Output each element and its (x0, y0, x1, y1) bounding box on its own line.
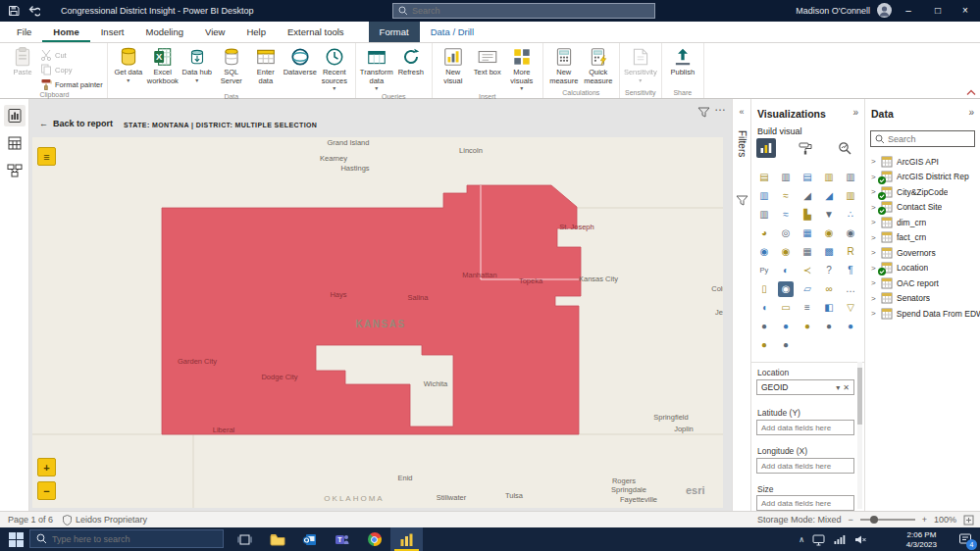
expand-table-chevron-icon[interactable]: > (871, 233, 877, 242)
visual-type-line-chart[interactable]: ≈ (778, 188, 794, 204)
visual-type-decomposition-tree[interactable]: ≺ (799, 263, 815, 278)
ribbon-button-excel-workbook[interactable]: XExcel workbook (146, 45, 180, 85)
ribbon-button-copy[interactable]: Copy (40, 64, 103, 75)
expand-table-chevron-icon[interactable]: > (871, 248, 877, 257)
data-table-arcgis-district-rep[interactable]: >ArcGIS District Rep (865, 170, 980, 185)
data-table-governors[interactable]: >Governors (865, 245, 980, 261)
visual-type-more-options[interactable]: … (843, 281, 858, 297)
visual-type-card[interactable]: ▭ (778, 300, 794, 316)
visual-type-custom-visual-6[interactable]: ● (756, 337, 772, 353)
user-name[interactable]: Madison O'Connell (796, 6, 870, 16)
ribbon-button-paste[interactable]: Paste (6, 45, 39, 77)
data-search-box[interactable] (870, 130, 975, 147)
app-search-input[interactable] (412, 6, 649, 16)
visual-type-waterfall-chart[interactable]: ▙ (799, 207, 815, 223)
data-table-senators[interactable]: >Senators (865, 291, 980, 307)
visual-type-azure-map[interactable]: ◉ (778, 244, 794, 260)
close-button[interactable]: × (953, 0, 978, 22)
visual-filter-icon[interactable] (697, 107, 710, 119)
ribbon-button-recent-sources[interactable]: Recent sources▾ (318, 45, 351, 92)
visual-type-slicer[interactable]: ▽ (843, 300, 858, 316)
maximize-button[interactable]: □ (925, 0, 951, 22)
tab-help[interactable]: Help (235, 22, 277, 42)
app-search-box[interactable] (392, 3, 655, 19)
zoom-out-control[interactable]: − (848, 515, 852, 525)
visual-type-funnel-chart[interactable]: ▼ (821, 207, 837, 223)
expand-table-chevron-icon[interactable]: > (871, 309, 877, 318)
more-options-icon[interactable]: … (714, 100, 727, 114)
ribbon-button-sql-server[interactable]: SQL Server (215, 45, 248, 85)
taskbar-search-input[interactable] (52, 534, 217, 544)
volume-muted-tray-icon[interactable] (853, 533, 866, 546)
visual-type-matrix[interactable]: ▩ (821, 244, 837, 260)
visual-type-donut-chart[interactable]: ◎ (778, 225, 794, 241)
expand-table-chevron-icon[interactable]: > (871, 294, 877, 303)
minimize-button[interactable]: – (896, 0, 921, 22)
visual-type-python-visual[interactable]: Py (756, 263, 772, 278)
fit-to-page-icon[interactable] (963, 515, 974, 526)
visual-type-filled-map[interactable]: ◉ (843, 225, 858, 241)
tab-home[interactable]: Home (42, 22, 89, 42)
outlook-taskbar-icon[interactable] (293, 527, 326, 551)
collapse-data-pane-chevron-icon[interactable]: » (968, 107, 974, 118)
expand-table-chevron-icon[interactable]: > (871, 264, 877, 273)
visual-type-power-automate[interactable]: ∞ (821, 281, 837, 297)
visual-type-stacked-column-chart[interactable]: ▥ (778, 170, 794, 185)
teams-taskbar-icon[interactable]: T (326, 527, 358, 551)
visual-type-map[interactable]: ◉ (821, 225, 837, 241)
tab-insert[interactable]: Insert (90, 22, 135, 42)
data-table-location[interactable]: >Location (865, 261, 980, 276)
save-icon[interactable] (8, 5, 20, 17)
visual-type-gauge[interactable]: ◖ (756, 300, 772, 316)
data-search-input[interactable] (888, 134, 970, 144)
visual-type-100-stacked-bar-chart[interactable]: ▥ (843, 170, 858, 185)
field-dropdown-chevron-icon[interactable]: ▾ (836, 383, 840, 392)
ribbon-button-quick-measure[interactable]: Quick measure (582, 45, 615, 85)
visual-type-multi-row-card[interactable]: ≡ (799, 300, 815, 316)
ribbon-button-new-measure[interactable]: New measure (547, 45, 581, 85)
visual-type-custom-visual-2[interactable]: ● (778, 319, 794, 334)
visual-type-paginated-report[interactable]: ▯ (756, 281, 772, 297)
ribbon-button-get-data[interactable]: Get data▾ (112, 45, 145, 84)
taskbar-clock[interactable]: 2:06 PM 4/3/2023 (906, 530, 937, 550)
tab-modeling[interactable]: Modeling (134, 22, 194, 42)
visual-type-line-and-stacked-column-chart[interactable]: ▥ (843, 188, 858, 204)
report-view-button[interactable] (4, 105, 26, 126)
visual-type-pie-chart[interactable]: ◕ (756, 225, 772, 241)
collapse-ribbon-chevron-icon[interactable] (966, 89, 976, 96)
expand-table-chevron-icon[interactable]: > (871, 157, 877, 166)
expand-table-chevron-icon[interactable]: > (871, 218, 877, 226)
visual-type-q-and-a[interactable]: ? (821, 263, 837, 278)
visual-type-custom-visual-7[interactable]: ● (778, 337, 794, 353)
remove-field-icon[interactable]: ✕ (843, 383, 850, 392)
visual-type-custom-visual-4[interactable]: ● (821, 319, 837, 334)
data-table-fact-crn[interactable]: >fact_crn (865, 230, 980, 246)
task-view-taskbar-icon[interactable] (229, 527, 261, 551)
visual-type-clustered-column-chart[interactable]: ▥ (821, 170, 837, 185)
ribbon-button-transform-data[interactable]: Transform data▾ (360, 45, 393, 92)
visual-type-stacked-bar-chart[interactable]: ▤ (756, 170, 772, 185)
visual-type-scatter-chart[interactable]: ∴ (843, 207, 858, 223)
action-center-icon[interactable]: 4 (958, 532, 972, 546)
file-explorer-taskbar-icon[interactable] (261, 527, 293, 551)
expand-table-chevron-icon[interactable]: > (871, 173, 877, 181)
data-table-city-zipcode[interactable]: >City&ZipCode (865, 184, 980, 200)
back-to-report-button[interactable]: ← Back to report (39, 119, 113, 128)
page-indicator[interactable]: Page 1 of 6 (8, 515, 53, 525)
ribbon-button-cut[interactable]: Cut (40, 49, 103, 61)
ribbon-button-enter-data[interactable]: Enter data (249, 45, 283, 85)
tab-data-drill[interactable]: Data / Drill (420, 22, 485, 42)
taskbar-search-box[interactable] (29, 529, 224, 548)
visual-type-custom-visual-1[interactable]: ● (756, 319, 772, 334)
expand-table-chevron-icon[interactable]: > (871, 187, 877, 196)
ribbon-button-more-visuals[interactable]: More visuals▾ (505, 45, 539, 92)
tab-build-visual[interactable] (756, 138, 776, 158)
ribbon-button-publish[interactable]: Publish (666, 45, 699, 77)
data-table-dim-crn[interactable]: >dim_crn (865, 215, 980, 230)
viz-pane-scrollbar-thumb[interactable] (857, 368, 862, 425)
tray-expand-chevron-icon[interactable]: ∧ (799, 535, 804, 544)
zoom-slider-thumb[interactable] (870, 516, 878, 524)
data-table-contact-site[interactable]: >Contact Site (865, 200, 980, 216)
tab-file[interactable]: File (6, 22, 42, 42)
visual-type-smart-narrative[interactable]: ¶ (843, 263, 858, 278)
